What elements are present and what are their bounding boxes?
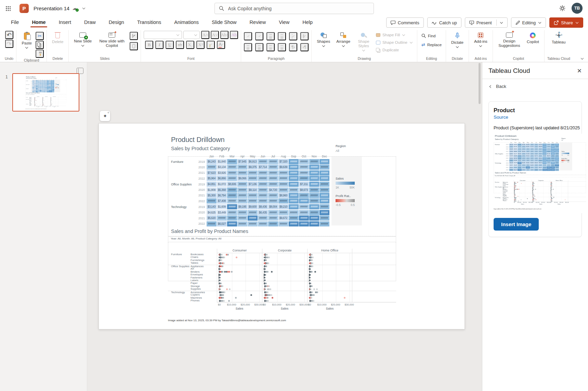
addins-chevron-icon[interactable] bbox=[479, 44, 482, 47]
font-family-select[interactable] bbox=[144, 31, 182, 39]
ltr-button[interactable]: ¶› bbox=[289, 43, 297, 51]
new-slide-chevron-icon[interactable] bbox=[81, 44, 84, 47]
grow-font-icon: A˄ bbox=[202, 32, 208, 38]
align-right-button[interactable] bbox=[266, 43, 275, 51]
italic-button[interactable]: I bbox=[155, 41, 164, 49]
editing-mode-button[interactable]: Editing bbox=[511, 17, 546, 28]
new-slide-copilot-button[interactable]: New slide with Copilot bbox=[95, 31, 128, 49]
menu-tab-home[interactable]: Home bbox=[31, 17, 46, 28]
menu-tab-view[interactable]: View bbox=[278, 17, 290, 28]
menu-tab-animations[interactable]: Animations bbox=[173, 17, 199, 28]
subscript-button[interactable]: X₂ bbox=[186, 41, 194, 49]
reset-slide-button[interactable] bbox=[130, 42, 138, 50]
copy-button[interactable] bbox=[36, 41, 44, 49]
settings-gear-icon[interactable] bbox=[559, 5, 565, 11]
user-avatar[interactable]: TB bbox=[572, 3, 583, 14]
powerpoint-logo[interactable]: P bbox=[19, 4, 29, 13]
addins-button[interactable]: Add-ins bbox=[472, 31, 490, 47]
text-direction-button[interactable] bbox=[300, 32, 309, 40]
align-center-button[interactable] bbox=[255, 43, 263, 51]
superscript-button[interactable]: X² bbox=[196, 41, 205, 49]
share-button[interactable]: Share bbox=[549, 17, 583, 28]
shape-outline-button[interactable]: Shape Outline bbox=[375, 40, 414, 45]
cut-button[interactable]: ✂ bbox=[36, 32, 44, 40]
search-input[interactable] bbox=[227, 5, 369, 12]
collapse-ribbon-icon[interactable] bbox=[581, 57, 584, 60]
line-spacing-button[interactable] bbox=[289, 32, 297, 40]
outdent-button[interactable] bbox=[266, 32, 275, 40]
tableau-dashboard-image[interactable]: Product Drilldown Sales by Product Categ… bbox=[168, 135, 398, 325]
app-launcher-icon[interactable] bbox=[5, 6, 11, 11]
shapes-button[interactable]: Shapes bbox=[314, 31, 332, 47]
layout-button[interactable] bbox=[130, 32, 138, 40]
menu-tab-file[interactable]: File bbox=[10, 17, 19, 28]
arrange-chevron-icon[interactable] bbox=[342, 44, 344, 47]
undo-button[interactable]: ↶ bbox=[5, 31, 13, 39]
shape-fill-button[interactable]: Shape Fill bbox=[375, 32, 407, 38]
source-link[interactable]: Source bbox=[494, 115, 577, 120]
underline-button[interactable]: U bbox=[166, 41, 174, 49]
dictate-button[interactable]: Dictate bbox=[449, 31, 466, 48]
indent-button[interactable] bbox=[278, 32, 286, 40]
highlight-button[interactable] bbox=[207, 41, 215, 49]
replace-button[interactable]: ⇄ Replace bbox=[420, 41, 443, 48]
menu-tab-design[interactable]: Design bbox=[108, 17, 125, 28]
justify-button[interactable] bbox=[278, 43, 286, 51]
slide[interactable]: Product Drilldown Sales by Product Categ… bbox=[99, 123, 465, 329]
shape-styles-button[interactable]: Shape Styles bbox=[354, 31, 373, 52]
shapes-chevron-icon[interactable] bbox=[322, 44, 325, 47]
slide-thumbnail-1[interactable]: Product Drilldown Sales by Product Categ… bbox=[12, 73, 79, 112]
numbering-button[interactable] bbox=[255, 32, 263, 40]
arrange-button[interactable]: Arrange bbox=[334, 31, 353, 47]
font-color-button[interactable]: A bbox=[217, 41, 225, 49]
close-panel-icon[interactable]: ✕ bbox=[577, 68, 582, 74]
document-title[interactable]: Presentation 14 bbox=[34, 5, 69, 11]
insert-image-button[interactable]: Insert Image bbox=[494, 218, 539, 231]
grow-font-button[interactable]: A˄ bbox=[201, 31, 209, 39]
tableau-button[interactable]: ✚✚✚✚✚ Tableau bbox=[549, 31, 568, 45]
menu-tab-slide-show[interactable]: Slide Show bbox=[211, 17, 237, 28]
paste-chevron-icon[interactable] bbox=[25, 46, 28, 49]
new-slide-button[interactable]: New Slide bbox=[71, 31, 94, 47]
paste-button[interactable]: Paste bbox=[19, 31, 34, 49]
copilot-search-box[interactable] bbox=[214, 3, 374, 14]
share-chevron-icon[interactable] bbox=[576, 21, 578, 24]
redo-button[interactable]: ↷ bbox=[5, 40, 13, 48]
delete-button[interactable]: Delete bbox=[50, 31, 66, 45]
font-size-select[interactable] bbox=[183, 31, 200, 39]
clear-formatting-button[interactable]: Ab bbox=[230, 31, 238, 39]
back-button[interactable]: Back bbox=[482, 79, 588, 94]
editing-canvas[interactable]: ✦ Product Drilldown Sales by Product Cat… bbox=[87, 62, 482, 391]
designer-sparkle-button[interactable]: ✦ bbox=[100, 111, 110, 121]
mini-data-dot bbox=[519, 189, 520, 190]
menu-tab-review[interactable]: Review bbox=[249, 17, 267, 28]
title-chevron-icon[interactable] bbox=[82, 6, 85, 9]
data-dot bbox=[219, 274, 221, 276]
comments-button[interactable]: Comments bbox=[386, 17, 424, 28]
duplicate-button[interactable]: Duplicate bbox=[375, 47, 400, 53]
menu-tab-transitions[interactable]: Transitions bbox=[136, 17, 162, 28]
copilot-button[interactable]: Copilot bbox=[524, 31, 541, 45]
rtl-button[interactable]: ‹¶ bbox=[300, 43, 309, 51]
mini-axis-panel: $0$10,000$20,000$30,000 bbox=[42, 106, 50, 107]
change-case-button[interactable]: Ab bbox=[220, 31, 228, 39]
format-painter-button[interactable] bbox=[36, 50, 44, 58]
line-spacing-chevron-icon bbox=[292, 35, 295, 37]
strikethrough-button[interactable]: ab bbox=[176, 41, 184, 49]
view-preview-image[interactable]: Product Drilldown Sales by Product Categ… bbox=[494, 134, 587, 213]
bullets-button[interactable] bbox=[244, 32, 252, 40]
catch-up-button[interactable]: Catch up bbox=[427, 17, 461, 28]
bold-button[interactable]: B bbox=[145, 41, 153, 49]
menu-tab-insert[interactable]: Insert bbox=[58, 17, 72, 28]
shrink-font-button[interactable]: A˅ bbox=[211, 31, 219, 39]
addins-label: Add-ins bbox=[474, 39, 487, 44]
present-button[interactable]: Present bbox=[465, 17, 508, 28]
find-button[interactable]: Find bbox=[420, 33, 437, 39]
menu-tab-draw[interactable]: Draw bbox=[83, 17, 96, 28]
align-left-button[interactable] bbox=[244, 43, 252, 51]
dictate-chevron-icon[interactable] bbox=[456, 45, 459, 48]
design-suggestions-button[interactable]: Design Suggestions bbox=[496, 31, 523, 49]
menu-tab-help[interactable]: Help bbox=[302, 17, 313, 28]
canvas-scrollbar[interactable] bbox=[478, 63, 481, 390]
present-chevron-icon[interactable] bbox=[500, 21, 502, 24]
